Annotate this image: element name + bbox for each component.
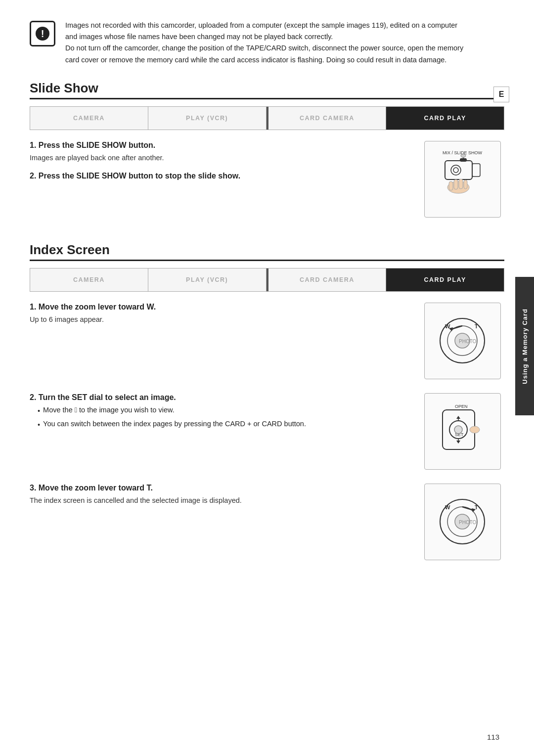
index-step3-desc: The index screen is cancelled and the se… xyxy=(30,495,420,506)
index-zoom-t-svg: W T PHOTO xyxy=(430,489,494,554)
index-step2-bullet2-text: You can switch between the index pages b… xyxy=(43,418,306,431)
side-tab-label: Using a Memory Card xyxy=(521,309,529,384)
slide-show-steps: 1. Press the SLIDE SHOW button. Images a… xyxy=(30,141,420,226)
svg-text:PHOTO: PHOTO xyxy=(459,339,477,344)
slide-show-content: 1. Press the SLIDE SHOW button. Images a… xyxy=(30,141,504,226)
svg-text:T: T xyxy=(475,323,478,329)
index-mode-card-play: CARD PLAY xyxy=(386,268,504,291)
svg-marker-29 xyxy=(456,441,460,444)
slide-show-mode-bar: CAMERA PLAY (VCR) CARD CAMERA CARD PLAY xyxy=(30,106,504,130)
svg-point-25 xyxy=(454,426,462,434)
e-label: E xyxy=(499,90,504,99)
index-step2-illus: OPEN SET xyxy=(420,393,504,479)
mode-card-play: CARD PLAY xyxy=(386,107,504,130)
svg-text:PHOTO: PHOTO xyxy=(459,520,477,525)
svg-point-3 xyxy=(451,165,461,175)
slide-show-step2: 2. Press the SLIDE SHOW button to stop t… xyxy=(30,172,420,180)
side-tab: Using a Memory Card xyxy=(515,277,534,415)
index-step2-bullet2: • You can switch between the index pages… xyxy=(38,418,420,431)
warning-box: ! Images not recorded with this camcorde… xyxy=(30,20,504,66)
index-screen-mode-bar: CAMERA PLAY (VCR) CARD CAMERA CARD PLAY xyxy=(30,268,504,292)
index-mode-camera: CAMERA xyxy=(30,268,148,291)
index-set-dial-svg: OPEN SET xyxy=(430,399,494,463)
slide-show-illustration: MIX / SLIDE SHOW xyxy=(420,141,504,226)
index-step1-content: 1. Move the zoom lever toward W. Up to 6… xyxy=(30,303,504,388)
index-screen-title: Index Screen xyxy=(30,242,504,261)
slide-show-step1-desc: Images are played back one after another… xyxy=(30,152,420,164)
slide-show-title: Slide Show xyxy=(30,81,504,99)
mode-play-vcr: PLAY (VCR) xyxy=(148,107,267,130)
slide-show-svg: MIX / SLIDE SHOW xyxy=(430,147,494,211)
index-step2-title: 2. Turn the SET dial to select an image. xyxy=(30,393,420,402)
warning-icon-wrap: ! xyxy=(30,21,55,46)
svg-text:W: W xyxy=(445,504,450,510)
svg-point-30 xyxy=(470,426,480,433)
index-step2-left: 2. Turn the SET dial to select an image.… xyxy=(30,393,420,479)
svg-rect-12 xyxy=(464,180,467,189)
svg-marker-27 xyxy=(456,416,460,419)
index-mode-play-vcr: PLAY (VCR) xyxy=(148,268,267,291)
index-step3: 3. Move the zoom lever toward T. The ind… xyxy=(30,484,420,506)
e-marker: E xyxy=(493,87,509,102)
index-step2-content: 2. Turn the SET dial to select an image.… xyxy=(30,393,504,479)
mode-card-camera: CARD CAMERA xyxy=(268,107,387,130)
slide-show-step1-title: 1. Press the SLIDE SHOW button. xyxy=(30,141,420,150)
svg-rect-11 xyxy=(459,179,463,189)
index-step1-left: 1. Move the zoom lever toward W. Up to 6… xyxy=(30,303,420,388)
index-step2: 2. Turn the SET dial to select an image.… xyxy=(30,393,420,431)
svg-point-4 xyxy=(453,168,458,173)
index-step3-title: 3. Move the zoom lever toward T. xyxy=(30,484,420,492)
index-step3-illus: W T PHOTO xyxy=(420,484,504,569)
index-step1-desc: Up to 6 images appear. xyxy=(30,314,420,325)
svg-rect-9 xyxy=(449,181,453,190)
index-mode-card-camera: CARD CAMERA xyxy=(268,268,387,291)
index-step3-content: 3. Move the zoom lever toward T. The ind… xyxy=(30,484,504,569)
index-screen-section: Index Screen CAMERA PLAY (VCR) CARD CAME… xyxy=(30,242,504,569)
index-device-box-1: W T PHOTO xyxy=(424,303,501,379)
mode-camera: CAMERA xyxy=(30,107,148,130)
warning-text1: Images not recorded with this camcorder,… xyxy=(65,21,457,41)
index-device-box-3: W T PHOTO xyxy=(424,484,501,560)
svg-rect-10 xyxy=(454,179,458,189)
index-step1: 1. Move the zoom lever toward W. Up to 6… xyxy=(30,303,420,325)
warning-text: Images not recorded with this camcorder,… xyxy=(65,20,465,66)
index-step2-bullet1-text: Move the  to the image you wish to view… xyxy=(43,404,175,417)
slide-show-step2-title: 2. Press the SLIDE SHOW button to stop t… xyxy=(30,172,420,180)
warning-icon: ! xyxy=(36,27,49,41)
warning-text2: Do not turn off the camcorder, change th… xyxy=(65,44,463,63)
svg-text:OPEN: OPEN xyxy=(455,404,468,409)
index-zoom-w-svg: W T PHOTO xyxy=(430,309,494,373)
slide-show-device-box: MIX / SLIDE SHOW xyxy=(424,141,501,218)
index-step3-left: 3. Move the zoom lever toward T. The ind… xyxy=(30,484,420,569)
index-step2-bullet1: • Move the  to the image you wish to vi… xyxy=(38,404,420,417)
slide-show-step1: 1. Press the SLIDE SHOW button. Images a… xyxy=(30,141,420,164)
svg-point-6 xyxy=(461,154,466,158)
index-device-box-2: OPEN SET xyxy=(424,393,501,470)
index-step1-title: 1. Move the zoom lever toward W. xyxy=(30,303,420,311)
page-number: 113 xyxy=(487,733,499,741)
svg-rect-2 xyxy=(472,164,480,177)
slide-show-section: Slide Show CAMERA PLAY (VCR) CARD CAMERA… xyxy=(30,81,504,226)
index-step1-illus: W T PHOTO xyxy=(420,303,504,388)
